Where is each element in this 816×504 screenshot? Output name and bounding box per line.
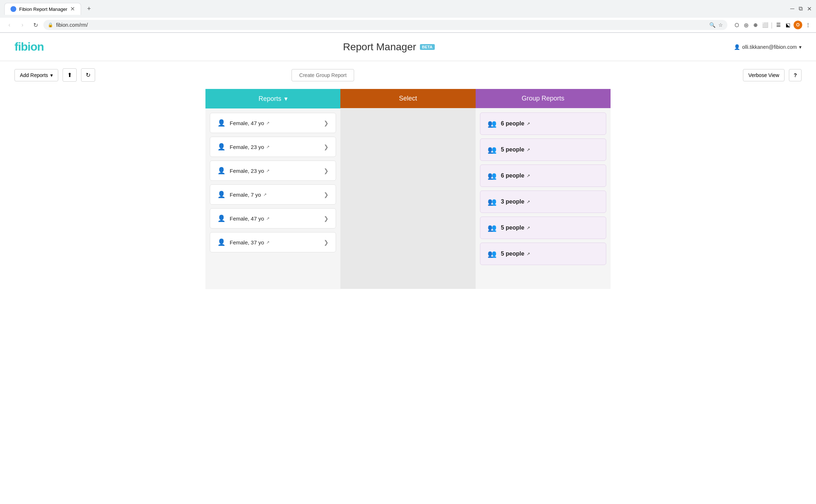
browser-chrome: Fibion Report Manager ✕ + ─ ⧉ ✕ ‹ › ↻ 🔒 …: [0, 0, 816, 33]
address-bar[interactable]: 🔒 fibion.com/rm/ 🔍 ☆: [43, 20, 727, 30]
reports-column-header[interactable]: Reports ▾: [205, 89, 340, 108]
minimize-button[interactable]: ─: [790, 5, 794, 12]
list-item[interactable]: 👤 Female, 47 yo ↗ ❯: [210, 208, 336, 228]
person-icon: 👤: [217, 143, 225, 151]
header-title-area: Report Manager BETA: [44, 41, 734, 53]
reload-button[interactable]: ↻: [30, 20, 41, 30]
forward-button[interactable]: ›: [17, 20, 27, 30]
reports-column-body: 👤 Female, 47 yo ↗ ❯ 👤 Female, 23 yo ↗ ❯: [205, 108, 340, 289]
person-icon: 👤: [217, 238, 225, 246]
group-icon: 👥: [488, 119, 497, 128]
refresh-icon: ↻: [86, 72, 90, 78]
external-link-icon: ↗: [527, 148, 530, 152]
verbose-view-button[interactable]: Verbose View: [743, 69, 785, 81]
list-item[interactable]: 👥 6 people ↗: [480, 165, 606, 187]
menu-icon[interactable]: ⋮: [804, 21, 812, 29]
list-item[interactable]: 👤 Female, 23 yo ↗ ❯: [210, 137, 336, 157]
report-name: Female, 7 yo ↗: [230, 192, 319, 198]
bookmark-icon[interactable]: ☆: [718, 22, 723, 28]
list-item[interactable]: 👤 Female, 7 yo ↗ ❯: [210, 184, 336, 205]
group-icon: 👥: [488, 223, 497, 232]
list-item[interactable]: 👥 3 people ↗: [480, 191, 606, 213]
add-reports-button[interactable]: Add Reports ▾: [14, 69, 58, 81]
back-button[interactable]: ‹: [4, 20, 14, 30]
report-name: Female, 37 yo ↗: [230, 239, 319, 245]
report-name: Female, 47 yo ↗: [230, 120, 319, 126]
user-dropdown-icon: ▾: [799, 44, 802, 50]
person-icon: 👤: [217, 191, 225, 198]
tab-close-button[interactable]: ✕: [70, 6, 75, 12]
refresh-button[interactable]: ↻: [81, 68, 95, 82]
ext-icon-2[interactable]: ◎: [743, 21, 750, 29]
url-display: fibion.com/rm/: [56, 22, 88, 28]
external-link-icon: ↗: [266, 145, 269, 149]
ext-icon-5[interactable]: ☰: [775, 21, 782, 29]
external-link-icon: ↗: [266, 168, 269, 173]
address-bar-icons: 🔍 ☆: [709, 22, 723, 28]
profile-letter: O: [796, 22, 799, 27]
group-count-label: 5 people ↗: [501, 146, 530, 153]
list-item[interactable]: 👥 5 people ↗: [480, 217, 606, 239]
select-column-body: [340, 108, 475, 289]
list-item[interactable]: 👥 5 people ↗: [480, 138, 606, 161]
group-reports-column-body: 👥 6 people ↗ 👥 5 people ↗ 👥: [476, 108, 611, 289]
report-name: Female, 23 yo ↗: [230, 168, 319, 174]
group-count-label: 5 people ↗: [501, 251, 530, 257]
report-name: Female, 23 yo ↗: [230, 144, 319, 150]
columns-container: Reports ▾ 👤 Female, 47 yo ↗ ❯ 👤: [191, 89, 625, 304]
external-link-icon: ↗: [263, 192, 267, 197]
upload-button[interactable]: ⬆: [63, 68, 77, 82]
select-column-header[interactable]: Select: [340, 89, 475, 108]
external-link-icon: ↗: [527, 174, 530, 178]
profile-badge[interactable]: O: [794, 21, 802, 29]
create-group-report-button[interactable]: Create Group Report: [292, 69, 354, 81]
search-icon[interactable]: 🔍: [709, 22, 715, 28]
add-reports-label: Add Reports: [20, 72, 48, 78]
list-item[interactable]: 👥 5 people ↗: [480, 243, 606, 265]
group-icon: 👥: [488, 145, 497, 154]
list-item[interactable]: 👤 Female, 47 yo ↗ ❯: [210, 113, 336, 133]
reports-header-label: Reports: [259, 95, 281, 103]
close-window-button[interactable]: ✕: [807, 5, 812, 12]
group-reports-header-label: Group Reports: [522, 95, 564, 102]
external-link-icon: ↗: [527, 226, 530, 230]
user-email: olli.tikkanen@fibion.com: [742, 44, 797, 50]
group-reports-column-header[interactable]: Group Reports: [476, 89, 611, 108]
list-item[interactable]: 👥 6 people ↗: [480, 112, 606, 135]
chevron-right-icon: ❯: [324, 191, 328, 198]
restore-button[interactable]: ⧉: [799, 5, 803, 12]
list-item[interactable]: 👤 Female, 37 yo ↗ ❯: [210, 232, 336, 252]
create-group-label: Create Group Report: [299, 72, 347, 78]
list-item[interactable]: 👤 Female, 23 yo ↗ ❯: [210, 161, 336, 181]
ext-icon-1[interactable]: ⬡: [733, 21, 740, 29]
user-avatar-icon: 👤: [734, 44, 740, 50]
add-reports-dropdown-icon: ▾: [50, 72, 53, 78]
external-link-icon: ↗: [527, 121, 530, 126]
group-count-label: 6 people ↗: [501, 172, 530, 179]
tab-title: Fibion Report Manager: [19, 7, 67, 12]
app-container: fibion Report Manager BETA 👤 olli.tikkan…: [0, 33, 816, 504]
group-icon: 👥: [488, 171, 497, 180]
external-link-icon: ↗: [266, 121, 269, 125]
chevron-right-icon: ❯: [324, 215, 328, 222]
active-tab[interactable]: Fibion Report Manager ✕: [4, 3, 81, 15]
external-link-icon: ↗: [266, 240, 269, 245]
fibion-logo: fibion: [14, 40, 44, 54]
user-menu[interactable]: 👤 olli.tikkanen@fibion.com ▾: [734, 44, 802, 50]
tab-bar: Fibion Report Manager ✕ + ─ ⧉ ✕: [0, 0, 816, 18]
help-button[interactable]: ?: [789, 69, 802, 81]
ext-icon-6[interactable]: ⬕: [784, 21, 791, 29]
ext-icon-3[interactable]: ⊕: [752, 21, 759, 29]
group-icon: 👥: [488, 249, 497, 258]
lock-icon: 🔒: [48, 22, 53, 27]
person-icon: 👤: [217, 167, 225, 175]
group-count-label: 6 people ↗: [501, 120, 530, 127]
nav-bar: ‹ › ↻ 🔒 fibion.com/rm/ 🔍 ☆ ⬡ ◎ ⊕ ⬜ | ☰ ⬕…: [0, 18, 816, 33]
reports-header-dropdown-icon: ▾: [284, 95, 288, 103]
ext-icon-4[interactable]: ⬜: [761, 21, 769, 29]
group-count-label: 5 people ↗: [501, 225, 530, 231]
group-reports-column: Group Reports 👥 6 people ↗ 👥 5 people: [476, 89, 611, 289]
group-count-label: 3 people ↗: [501, 198, 530, 205]
new-tab-button[interactable]: +: [84, 4, 94, 14]
reports-column: Reports ▾ 👤 Female, 47 yo ↗ ❯ 👤: [205, 89, 340, 289]
